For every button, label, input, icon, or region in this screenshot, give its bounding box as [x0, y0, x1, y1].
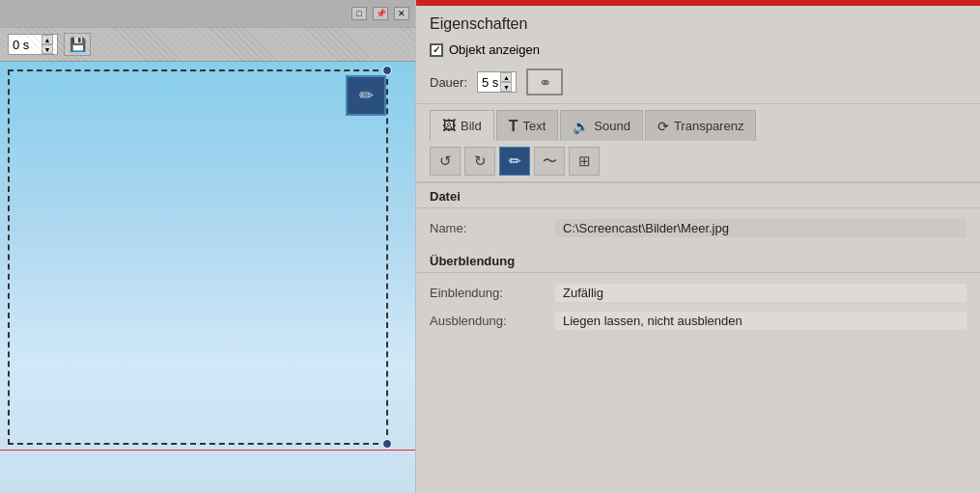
pencil-icon: ✏: [359, 85, 374, 106]
dauer-up-arrow[interactable]: ▲: [500, 72, 512, 82]
right-panel: Eigenschaften Objekt anzeigen Dauer: 5 s…: [415, 0, 980, 493]
einblendung-row: Einblendung: Zufällig: [430, 279, 966, 307]
edit-icon: ✏: [509, 152, 521, 170]
left-panel-titlebar: □ 📌 ✕: [0, 0, 415, 27]
name-row: Name: C:\Screencast\Bilder\Meer.jpg: [430, 214, 966, 242]
transparenz-tab-icon: ⟳: [658, 119, 669, 134]
objekt-anzeigen-label: Objekt anzeigen: [449, 42, 540, 57]
objekt-anzeigen-checkbox[interactable]: [430, 43, 443, 57]
tab-transparenz[interactable]: ⟳ Transparenz: [645, 110, 757, 141]
toolbar-row: ↺ ↻ ✏ 〜 ⊞: [416, 141, 980, 183]
name-label: Name:: [430, 221, 546, 235]
name-value: C:\Screencast\Bilder\Meer.jpg: [555, 219, 966, 237]
pin-button[interactable]: 📌: [373, 7, 388, 20]
redo-icon: ↻: [474, 152, 487, 170]
add-media-button[interactable]: ⊞: [569, 147, 600, 176]
ausblendung-value: Liegen lassen, nicht ausblenden: [555, 312, 966, 330]
dauer-spinner[interactable]: ▲ ▼: [500, 72, 512, 92]
datei-props: Name: C:\Screencast\Bilder\Meer.jpg: [416, 208, 980, 248]
curve-button[interactable]: 〜: [534, 147, 565, 176]
uberblendung-props: Einblendung: Zufällig Ausblendung: Liege…: [416, 273, 980, 341]
canvas-edit-button[interactable]: ✏: [346, 75, 386, 116]
left-panel: □ 📌 ✕ 0 s ▲ ▼ 💾 ✏: [0, 0, 415, 493]
tabs-row: 🖼 Bild T Text 🔊 Sound ⟳ Transparenz: [416, 104, 980, 141]
restore-button[interactable]: □: [351, 7, 367, 20]
transparenz-tab-label: Transparenz: [674, 119, 744, 133]
tab-sound[interactable]: 🔊 Sound: [560, 110, 643, 141]
tab-text[interactable]: T Text: [496, 110, 559, 141]
dauer-input[interactable]: 5 s ▲ ▼: [477, 71, 517, 93]
ausblendung-label: Ausblendung:: [430, 314, 546, 328]
bild-tab-label: Bild: [461, 119, 482, 133]
einblendung-label: Einblendung:: [430, 286, 546, 300]
properties-header: Eigenschaften: [416, 6, 980, 39]
uberblendung-section-label: Überblendung: [416, 248, 980, 272]
link-icon: ⚭: [539, 73, 551, 92]
sound-tab-icon: 🔊: [573, 119, 589, 134]
canvas-area: ✏: [0, 62, 415, 493]
text-tab-icon: T: [509, 118, 518, 135]
undo-icon: ↺: [439, 152, 452, 170]
edit-button[interactable]: ✏: [499, 147, 530, 176]
dauer-down-arrow[interactable]: ▼: [500, 82, 512, 92]
text-tab-label: Text: [522, 119, 546, 133]
einblendung-value: Zufällig: [555, 284, 966, 302]
objekt-anzeigen-row: Objekt anzeigen: [416, 39, 980, 65]
add-media-icon: ⊞: [578, 152, 591, 170]
bild-tab-icon: 🖼: [442, 118, 456, 133]
dauer-label: Dauer:: [430, 75, 467, 90]
ausblendung-row: Ausblendung: Liegen lassen, nicht ausble…: [430, 307, 966, 335]
red-timeline-line: [0, 450, 415, 451]
handle-top-right[interactable]: [382, 66, 392, 75]
dauer-row: Dauer: 5 s ▲ ▼ ⚭: [416, 65, 980, 104]
sound-tab-label: Sound: [594, 119, 630, 133]
redo-button[interactable]: ↻: [464, 147, 495, 176]
datei-section-label: Datei: [416, 183, 980, 207]
tab-bild[interactable]: 🖼 Bild: [430, 110, 494, 141]
close-button[interactable]: ✕: [394, 7, 409, 20]
link-button[interactable]: ⚭: [526, 68, 563, 96]
dauer-value: 5 s: [482, 75, 498, 90]
curve-icon: 〜: [543, 152, 557, 171]
handle-bottom-right[interactable]: [382, 439, 392, 449]
sky-image: [0, 62, 415, 493]
undo-button[interactable]: ↺: [430, 147, 461, 176]
